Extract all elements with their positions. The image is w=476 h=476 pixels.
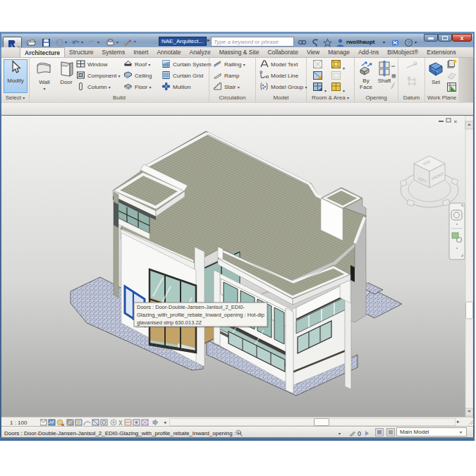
svg-text:glavanised strip 630.013.2Z: glavanised strip 630.013.2Z	[137, 319, 202, 326]
svg-text:✕: ✕	[453, 119, 458, 124]
svg-text:0: 0	[358, 430, 361, 437]
svg-text:Glazing_with_profile_rebate_In: Glazing_with_profile_rebate_Inward_openi…	[137, 312, 264, 318]
svg-text:Doors : Door-Double-Jansen-Jan: Doors : Door-Double-Jansen-Janisol_2_EDI…	[137, 304, 245, 310]
svg-text:?: ?	[407, 39, 410, 46]
